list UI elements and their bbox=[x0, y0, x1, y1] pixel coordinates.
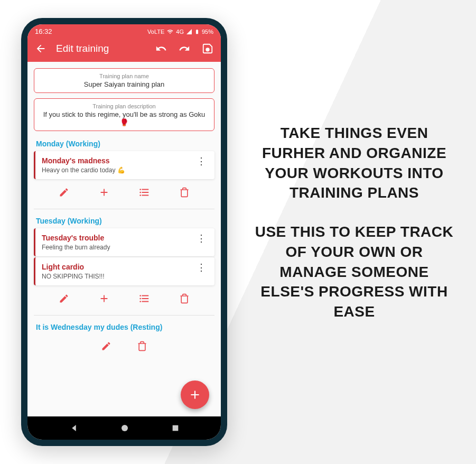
day-header[interactable]: It is Wednesday my dudes (Resting) bbox=[34, 320, 214, 335]
more-button[interactable]: ⋮ bbox=[194, 156, 208, 166]
app-bar: Edit training bbox=[27, 38, 221, 62]
redo-button[interactable] bbox=[179, 43, 190, 54]
plus-icon bbox=[98, 293, 110, 304]
signal-label: 4G bbox=[176, 29, 184, 35]
fab-add-button[interactable] bbox=[181, 381, 209, 409]
pencil-icon bbox=[101, 341, 111, 351]
day-header[interactable]: Tuesday (Working) bbox=[34, 214, 214, 228]
desc-value: If you stick to this regime, you'll be a… bbox=[41, 110, 208, 126]
day-actions bbox=[34, 335, 214, 358]
workout-title: Light cardio bbox=[42, 263, 194, 271]
battery-icon bbox=[194, 28, 200, 35]
pencil-icon bbox=[59, 293, 69, 304]
workout-desc: Feeling the burn already bbox=[42, 244, 194, 251]
list-button[interactable] bbox=[138, 293, 150, 304]
delete-button[interactable] bbox=[179, 187, 190, 198]
trash-icon bbox=[179, 293, 190, 304]
trash-icon bbox=[137, 341, 147, 351]
status-time: 16:32 bbox=[35, 27, 52, 35]
delete-button[interactable] bbox=[137, 341, 147, 351]
svg-point-0 bbox=[206, 48, 209, 51]
add-button[interactable] bbox=[98, 293, 110, 304]
app-bar-title: Edit training bbox=[56, 43, 146, 54]
phone-screen: 16:32 VoLTE 4G 95% Edit training bbox=[27, 24, 221, 440]
marketing-p2: Use this to keep track of your own or ma… bbox=[254, 222, 455, 322]
svg-rect-2 bbox=[172, 425, 178, 431]
divider bbox=[34, 315, 214, 315]
day-section-tuesday: Tuesday (Working) Tuesday's trouble Feel… bbox=[34, 214, 214, 311]
workout-title: Monday's madness bbox=[42, 156, 194, 165]
plus-icon bbox=[188, 388, 202, 402]
save-icon bbox=[202, 43, 213, 54]
arrow-left-icon bbox=[35, 43, 46, 54]
back-button[interactable] bbox=[35, 43, 46, 54]
workout-card[interactable]: Light cardio NO SKIPPING THIS!!! ⋮ bbox=[34, 257, 214, 285]
day-actions bbox=[34, 286, 214, 311]
undo-icon bbox=[155, 43, 167, 54]
name-value: Super Saiyan training plan bbox=[41, 80, 208, 88]
divider bbox=[34, 209, 214, 209]
redo-icon bbox=[179, 43, 190, 54]
save-button[interactable] bbox=[202, 43, 213, 54]
edit-button[interactable] bbox=[59, 187, 69, 198]
desc-label: Training plan description bbox=[41, 103, 208, 109]
delete-button[interactable] bbox=[179, 293, 190, 304]
marketing-text: Take things even furher and organize you… bbox=[254, 123, 455, 341]
status-indicators: VoLTE 4G 95% bbox=[147, 28, 213, 35]
list-icon bbox=[138, 187, 150, 198]
workout-title: Tuesday's trouble bbox=[42, 234, 194, 242]
phone-frame: 16:32 VoLTE 4G 95% Edit training bbox=[21, 18, 227, 446]
workout-card[interactable]: Tuesday's trouble Feeling the burn alrea… bbox=[34, 228, 214, 256]
svg-point-1 bbox=[122, 425, 128, 431]
undo-button[interactable] bbox=[155, 43, 167, 54]
trash-icon bbox=[179, 187, 190, 198]
triangle-icon bbox=[69, 423, 79, 433]
list-icon bbox=[138, 293, 150, 304]
signal-icon bbox=[186, 29, 192, 35]
pencil-icon bbox=[59, 187, 69, 198]
day-section-wednesday: It is Wednesday my dudes (Resting) bbox=[34, 320, 214, 358]
nav-back-button[interactable] bbox=[69, 423, 79, 433]
workout-desc: Heavy on the cardio today 💪 bbox=[42, 166, 194, 174]
android-nav-bar bbox=[27, 416, 221, 440]
circle-icon bbox=[120, 423, 129, 433]
training-name-input[interactable]: Training plan name Super Saiyan training… bbox=[34, 68, 214, 93]
marketing-p1: Take things even furher and organize you… bbox=[254, 123, 455, 203]
nav-recent-button[interactable] bbox=[171, 424, 180, 432]
content-area: Training plan name Super Saiyan training… bbox=[27, 62, 221, 416]
day-header[interactable]: Monday (Working) bbox=[34, 136, 214, 151]
more-button[interactable]: ⋮ bbox=[194, 234, 208, 244]
network-label: VoLTE bbox=[147, 29, 164, 35]
training-description-input[interactable]: Training plan description If you stick t… bbox=[34, 98, 214, 131]
workout-desc: NO SKIPPING THIS!!! bbox=[42, 273, 194, 280]
workout-card[interactable]: Monday's madness Heavy on the cardio tod… bbox=[34, 151, 214, 179]
edit-button[interactable] bbox=[59, 293, 69, 304]
day-section-monday: Monday (Working) Monday's madness Heavy … bbox=[34, 136, 214, 205]
plus-icon bbox=[98, 187, 110, 198]
add-button[interactable] bbox=[98, 187, 110, 198]
list-button[interactable] bbox=[138, 187, 150, 198]
edit-button[interactable] bbox=[101, 341, 111, 351]
more-button[interactable]: ⋮ bbox=[194, 263, 208, 273]
nav-home-button[interactable] bbox=[120, 423, 129, 433]
day-actions bbox=[34, 180, 214, 205]
battery-label: 95% bbox=[202, 29, 213, 35]
square-icon bbox=[171, 424, 180, 432]
name-label: Training plan name bbox=[41, 73, 208, 79]
wifi-icon bbox=[166, 29, 174, 35]
status-bar: 16:32 VoLTE 4G 95% bbox=[27, 24, 221, 38]
